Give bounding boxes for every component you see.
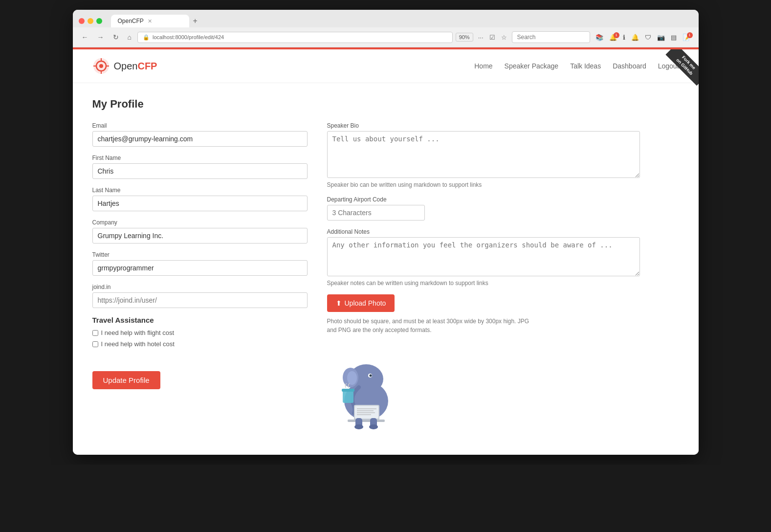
more-icon[interactable]: ···	[476, 32, 485, 43]
active-tab[interactable]: OpenCFP ✕	[111, 15, 189, 27]
upload-btn-label: Upload Photo	[345, 299, 386, 307]
svg-rect-14	[342, 389, 354, 392]
hotel-cost-checkbox[interactable]	[92, 341, 98, 347]
additional-notes-group: Additional Notes Speaker notes can be wr…	[327, 228, 640, 287]
email-group: Email	[92, 122, 308, 147]
notes-icon[interactable]: 📝1	[680, 32, 693, 43]
toolbar-right-icons: 📚 🔔1 ℹ 🔔 🛡 📷 ▤ 📝1	[593, 32, 693, 43]
traffic-lights	[79, 18, 102, 24]
bookmark-icon[interactable]: ☆	[499, 32, 509, 43]
email-field[interactable]	[92, 131, 308, 147]
reload-button[interactable]: ↻	[110, 31, 122, 43]
logo-cfp: CFP	[137, 61, 157, 71]
company-label: Company	[92, 219, 308, 226]
form-layout: Email First Name Last Name Company	[92, 122, 640, 430]
airport-code-group: Departing Airport Code	[327, 196, 640, 221]
first-name-label: First Name	[92, 155, 308, 161]
notification-badge: 1	[614, 32, 619, 38]
form-left: Email First Name Last Name Company	[92, 122, 308, 430]
nav-links: Home Speaker Package Talk Ideas Dashboar…	[474, 62, 679, 70]
sidebar-icon[interactable]: ▤	[668, 32, 679, 43]
svg-point-2	[99, 64, 103, 68]
pocket-icon[interactable]: ☑	[487, 32, 497, 43]
hotel-cost-item[interactable]: I need help with hotel cost	[92, 340, 308, 348]
url-bar[interactable]: 🔒 localhost:8000/profile/edit/424	[137, 32, 453, 43]
svg-rect-16	[355, 406, 378, 419]
additional-notes-hint: Speaker notes can be written using markd…	[327, 280, 640, 287]
upload-photo-button[interactable]: ⬆ Upload Photo	[327, 294, 395, 312]
last-name-label: Last Name	[92, 187, 308, 194]
page-title: My Profile	[92, 98, 640, 111]
svg-point-10	[347, 371, 357, 385]
nav-home[interactable]: Home	[474, 62, 492, 70]
last-name-field[interactable]	[92, 196, 308, 211]
additional-notes-label: Additional Notes	[327, 228, 640, 235]
alerts-icon[interactable]: 🔔	[629, 32, 641, 43]
flight-cost-item[interactable]: I need help with flight cost	[92, 329, 308, 336]
svg-point-12	[369, 375, 372, 377]
travel-title: Travel Assistance	[92, 316, 308, 324]
forward-button[interactable]: →	[94, 31, 107, 43]
lock-icon: 🔒	[143, 34, 150, 41]
airport-code-label: Departing Airport Code	[327, 196, 640, 203]
twitter-label: Twitter	[92, 251, 308, 258]
back-button[interactable]: ←	[79, 31, 91, 43]
logo-icon	[92, 57, 110, 75]
main-content: My Profile Email First Name Last Name	[73, 83, 660, 455]
nav-speaker-package[interactable]: Speaker Package	[505, 62, 559, 70]
info-icon[interactable]: ℹ	[620, 32, 628, 43]
zoom-level: 90%	[456, 33, 473, 42]
flight-cost-label: I need help with flight cost	[101, 329, 175, 336]
airport-code-field[interactable]	[327, 205, 425, 221]
update-profile-button[interactable]: Update Profile	[92, 371, 160, 389]
nav-dashboard[interactable]: Dashboard	[613, 62, 646, 70]
notification-icon[interactable]: 🔔1	[607, 32, 619, 43]
email-label: Email	[92, 122, 308, 129]
form-right: Speaker Bio Speaker bio can be written u…	[327, 122, 640, 430]
home-button[interactable]: ⌂	[125, 31, 134, 43]
last-name-group: Last Name	[92, 187, 308, 211]
minimize-button[interactable]	[88, 18, 93, 24]
new-tab-button[interactable]: +	[189, 15, 201, 27]
elephant-container	[327, 342, 640, 430]
upload-icon: ⬆	[336, 299, 342, 307]
url-text: localhost:8000/profile/edit/424	[153, 34, 224, 40]
tab-bar: OpenCFP ✕ +	[111, 15, 693, 27]
company-field[interactable]	[92, 228, 308, 244]
toolbar-icons: ··· ☑ ☆	[476, 32, 509, 43]
svg-point-25	[369, 424, 378, 429]
close-button[interactable]	[79, 18, 85, 24]
notes-badge: 1	[687, 32, 693, 38]
maximize-button[interactable]	[96, 18, 102, 24]
speaker-bio-group: Speaker Bio Speaker bio can be written u…	[327, 122, 640, 188]
hotel-cost-label: I need help with hotel cost	[101, 340, 175, 348]
svg-rect-17	[348, 420, 385, 422]
page-content: OpenCFP Home Speaker Package Talk Ideas …	[73, 47, 699, 455]
nav-talk-ideas[interactable]: Talk Ideas	[570, 62, 601, 70]
company-group: Company	[92, 219, 308, 244]
svg-rect-13	[343, 390, 353, 403]
twitter-field[interactable]	[92, 260, 308, 276]
joindin-field[interactable]	[92, 292, 308, 308]
screenshot-icon[interactable]: 📷	[655, 32, 667, 43]
additional-notes-field[interactable]	[327, 237, 640, 276]
flight-cost-checkbox[interactable]	[92, 330, 98, 336]
travel-section: Travel Assistance I need help with fligh…	[92, 316, 308, 348]
shield-icon[interactable]: 🛡	[642, 32, 654, 43]
photo-hint: Photo should be square, and must be at l…	[327, 317, 532, 334]
first-name-group: First Name	[92, 155, 308, 179]
speaker-bio-hint: Speaker bio can be written using markdow…	[327, 181, 640, 188]
speaker-bio-field[interactable]	[327, 131, 640, 178]
twitter-group: Twitter	[92, 251, 308, 276]
search-input[interactable]	[512, 31, 590, 43]
nav-logout[interactable]: Logout	[658, 62, 679, 70]
library-icon[interactable]: 📚	[593, 32, 606, 43]
elephant-illustration	[327, 342, 405, 430]
tab-close-icon[interactable]: ✕	[148, 18, 152, 24]
logo[interactable]: OpenCFP	[92, 57, 157, 75]
logo-text: OpenCFP	[114, 61, 157, 72]
first-name-field[interactable]	[92, 163, 308, 179]
joindin-group: joind.in	[92, 284, 308, 308]
speaker-bio-label: Speaker Bio	[327, 122, 640, 129]
browser-titlebar: OpenCFP ✕ +	[73, 10, 699, 27]
